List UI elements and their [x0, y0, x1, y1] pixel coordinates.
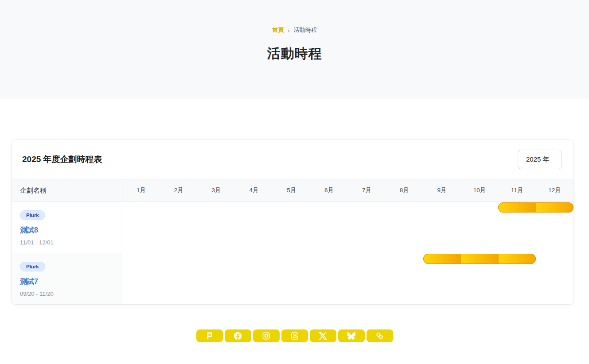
platform-badge: Plurk [20, 262, 45, 271]
gantt-header-row: 企劃名稱 1月 2月 3月 4月 5月 6月 7月 8月 9月 10月 11月 … [12, 179, 573, 202]
month-header-jan: 1月 [122, 179, 160, 201]
gantt-bar [498, 202, 573, 213]
copy-link-share-button[interactable] [367, 329, 393, 342]
platform-badge: Plurk [20, 210, 45, 220]
card-title: 2025 年度企劃時程表 [22, 154, 102, 165]
gantt-row-project-2: Plurk 測試7 09/20 - 11/20 [12, 253, 573, 305]
project-name-link[interactable]: 測試7 [20, 277, 122, 287]
breadcrumb-current: 活動時程 [294, 26, 317, 34]
year-select-value: 2025 年 [526, 155, 550, 164]
column-header-project-name: 企劃名稱 [12, 179, 122, 201]
threads-icon [290, 332, 299, 340]
threads-share-button[interactable] [281, 329, 308, 342]
project-info-cell: Plurk 測試8 11/01 - 12/01 [12, 202, 122, 253]
gantt-timeline [122, 253, 573, 305]
month-header-apr: 4月 [235, 179, 273, 201]
instagram-share-button[interactable] [253, 329, 280, 342]
social-share-row [0, 329, 589, 342]
breadcrumb: 首頁 › 活動時程 [0, 0, 589, 34]
x-share-button[interactable] [310, 329, 336, 342]
gantt-timeline [122, 202, 573, 253]
month-header-nov: 11月 [498, 179, 536, 201]
card-header: 2025 年度企劃時程表 2025 年 [12, 140, 573, 179]
project-date-range: 11/01 - 12/01 [20, 239, 122, 246]
page-title: 活動時程 [0, 45, 589, 63]
plurk-icon [205, 332, 214, 340]
chevron-right-icon: › [288, 26, 289, 34]
bluesky-icon [347, 332, 355, 340]
project-date-range: 09/20 - 11/20 [20, 290, 122, 297]
breadcrumb-home-link[interactable]: 首頁 [272, 26, 284, 34]
month-header-oct: 10月 [461, 179, 499, 201]
month-header-may: 5月 [273, 179, 310, 201]
month-header-feb: 2月 [160, 179, 198, 201]
hero-section: 首頁 › 活動時程 活動時程 [0, 0, 589, 99]
plurk-share-button[interactable] [196, 329, 223, 342]
project-name-link[interactable]: 測試8 [20, 226, 122, 235]
month-header-sep: 9月 [423, 179, 461, 201]
month-header-aug: 8月 [386, 179, 423, 201]
x-icon [319, 332, 327, 340]
project-info-cell: Plurk 測試7 09/20 - 11/20 [12, 253, 122, 305]
gantt-bar [423, 254, 536, 264]
gantt-row-project-1: Plurk 測試8 11/01 - 12/01 [12, 202, 573, 253]
month-headers: 1月 2月 3月 4月 5月 6月 7月 8月 9月 10月 11月 12月 [122, 179, 573, 201]
bluesky-share-button[interactable] [338, 329, 365, 342]
instagram-icon [262, 332, 270, 340]
month-header-jul: 7月 [348, 179, 386, 201]
schedule-card: 2025 年度企劃時程表 2025 年 企劃名稱 1月 2月 3月 4月 5月 … [11, 139, 574, 305]
month-header-mar: 3月 [198, 179, 235, 201]
month-header-dec: 12月 [536, 179, 573, 201]
facebook-share-button[interactable] [225, 329, 251, 342]
year-select[interactable]: 2025 年 [518, 150, 562, 169]
month-header-jun: 6月 [310, 179, 348, 201]
link-icon [375, 332, 384, 340]
facebook-icon [234, 332, 242, 340]
